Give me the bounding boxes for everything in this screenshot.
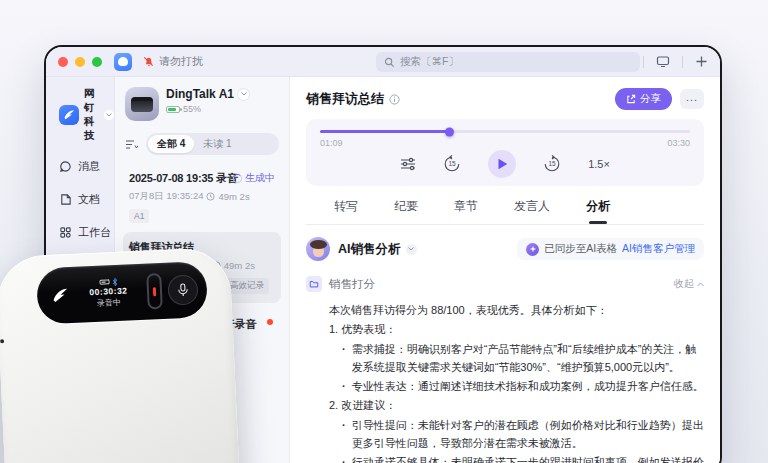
chevron-down-icon[interactable] (238, 89, 249, 100)
device-battery-icon (99, 279, 109, 284)
sort-icon[interactable] (125, 139, 138, 150)
ai-assistant-avatar (306, 237, 330, 261)
org-logo (59, 105, 79, 125)
filter-all[interactable]: 全部 4 (148, 135, 194, 153)
battery-icon (166, 106, 180, 113)
recorder-device-overlay: 00:30:32 录音中 (0, 247, 243, 463)
unread-dot (267, 319, 273, 325)
search-input[interactable]: 搜索〔⌘F〕 (376, 52, 640, 72)
analysis-line: 2. 改进建议： (329, 396, 704, 414)
avatar-glyph (118, 57, 128, 66)
chat-icon (59, 160, 72, 173)
forward-15-icon[interactable]: 15 (543, 155, 561, 173)
generating-status: 生成中 (233, 171, 275, 185)
sync-status: 已同步至AI表格 (544, 242, 617, 256)
filter-tabs: 全部 4 未读 1 (146, 133, 279, 155)
close-window-button[interactable] (58, 57, 68, 67)
analysis-bullet: 行动承诺不够具体：未明确承诺下一步的跟进时间和事项，例如发送报价单或安排产品试用 (342, 453, 704, 463)
device-selector[interactable]: DingTalk A1 55% (123, 87, 281, 121)
sidebar-item-docs[interactable]: 文档 (59, 192, 114, 207)
do-not-disturb-status[interactable]: 请勿打扰 (142, 54, 203, 69)
sync-badge: 已同步至AI表格 AI销售客户管理 (517, 238, 704, 260)
section-sales-score: 销售打分 收起 本次销售拜访得分为 88/100，表现优秀。具体分析如下： 1.… (306, 276, 704, 463)
more-button[interactable]: ... (680, 89, 704, 109)
recording-timer: 00:30:32 (89, 286, 127, 298)
sidebar-item-messages[interactable]: 消息 (59, 159, 114, 174)
sidebar-item-workbench[interactable]: 工作台 (59, 225, 114, 240)
tab-speakers[interactable]: 发言人 (514, 198, 550, 224)
play-icon (497, 158, 508, 170)
tab-analysis[interactable]: 分析 (586, 198, 610, 224)
total-time: 03:30 (667, 138, 690, 148)
muted-bell-icon (142, 55, 155, 68)
recording-duration: 49m 2s (218, 191, 249, 202)
folder-icon (306, 276, 322, 292)
share-icon (626, 94, 636, 104)
collapse-label: 收起 (674, 277, 694, 291)
chevron-down-icon[interactable] (104, 110, 114, 120)
plus-icon[interactable] (695, 55, 708, 68)
progress-track[interactable] (320, 130, 690, 133)
dingtalk-wing-icon (63, 109, 75, 121)
titlebar: 请勿打扰 搜索〔⌘F〕 (46, 47, 720, 77)
loading-spinner-icon (233, 174, 242, 183)
analysis-line: 本次销售拜访得分为 88/100，表现优秀。具体分析如下： (329, 301, 704, 319)
battery-percent: 55% (183, 104, 201, 114)
recording-date: 07月8日 19:35:24 (129, 190, 203, 203)
search-placeholder: 搜索〔⌘F〕 (400, 55, 459, 69)
tab-transcript[interactable]: 转写 (334, 198, 358, 224)
analysis-line: 1. 优势表现： (329, 320, 704, 338)
recording-status-label: 录音中 (97, 297, 121, 309)
share-label: 分享 (640, 92, 661, 106)
microphone-icon (167, 274, 198, 305)
device-avatar (125, 87, 159, 121)
elapsed-time: 01:09 (320, 138, 343, 148)
share-button[interactable]: 分享 (615, 88, 672, 110)
sidebar-item-label: 文档 (78, 192, 100, 207)
chevron-down-icon[interactable] (406, 244, 417, 255)
info-icon[interactable] (389, 94, 400, 105)
divider (682, 56, 683, 68)
device-name: DingTalk A1 (166, 87, 234, 101)
generating-label: 生成中 (245, 171, 275, 185)
analysis-bullet: 引导性提问：未能针对客户的潜在顾虑（例如价格对比和行业趋势）提出更多引导性问题，… (342, 416, 704, 453)
play-button[interactable] (488, 150, 516, 178)
section-title: 销售打分 (329, 277, 375, 292)
user-avatar[interactable] (114, 53, 132, 71)
progress-fill (320, 130, 450, 133)
audio-player: 01:09 03:30 15 15 1.5× (306, 119, 704, 186)
rewind-15-icon[interactable]: 15 (443, 155, 461, 173)
recording-tag: A1 (129, 209, 149, 223)
recording-tag: 高效记录 (225, 278, 269, 294)
minimize-window-button[interactable] (75, 57, 85, 67)
sidebar-item-label: 消息 (78, 159, 100, 174)
sidebar-item-label: 工作台 (78, 225, 111, 240)
tab-minutes[interactable]: 纪要 (394, 198, 418, 224)
org-name: 网钉科技 (84, 87, 99, 143)
grid-icon (59, 226, 72, 239)
monitor-icon[interactable] (656, 55, 670, 68)
zoom-window-button[interactable] (92, 57, 102, 67)
playback-speed[interactable]: 1.5× (588, 158, 610, 170)
summary-tabs: 转写 纪要 章节 发言人 分析 (306, 186, 704, 225)
chevron-up-icon (697, 282, 704, 287)
collapse-toggle[interactable]: 收起 (674, 277, 704, 291)
clock-icon (206, 192, 215, 201)
svg-text:15: 15 (549, 160, 557, 167)
window-controls[interactable] (58, 57, 102, 67)
svg-text:15: 15 (449, 160, 457, 167)
filter-unread[interactable]: 未读 1 (194, 135, 240, 153)
org-switcher[interactable]: 网钉科技 (59, 87, 114, 143)
recording-item[interactable]: 2025-07-08 19:35 录音 07月8日 19:35:24 49m 2… (123, 163, 281, 232)
analysis-bullet: 需求捕捉：明确识别客户对“产品节能特点”和“后续维护成本”的关注，触发系统提取关… (342, 340, 704, 377)
tab-chapters[interactable]: 章节 (454, 198, 478, 224)
analysis-bullet: 专业性表达：通过阐述详细技术指标和成功案例，成功提升客户信任感。 (342, 377, 704, 395)
ai-sparkle-icon (526, 243, 539, 256)
dingtalk-wing-icon (50, 286, 71, 305)
equalizer-icon[interactable] (400, 157, 416, 171)
bluetooth-icon (112, 277, 117, 285)
sync-link[interactable]: AI销售客户管理 (622, 242, 695, 256)
dnd-label: 请勿打扰 (159, 54, 203, 69)
search-icon (384, 57, 395, 68)
progress-handle[interactable] (445, 127, 454, 136)
